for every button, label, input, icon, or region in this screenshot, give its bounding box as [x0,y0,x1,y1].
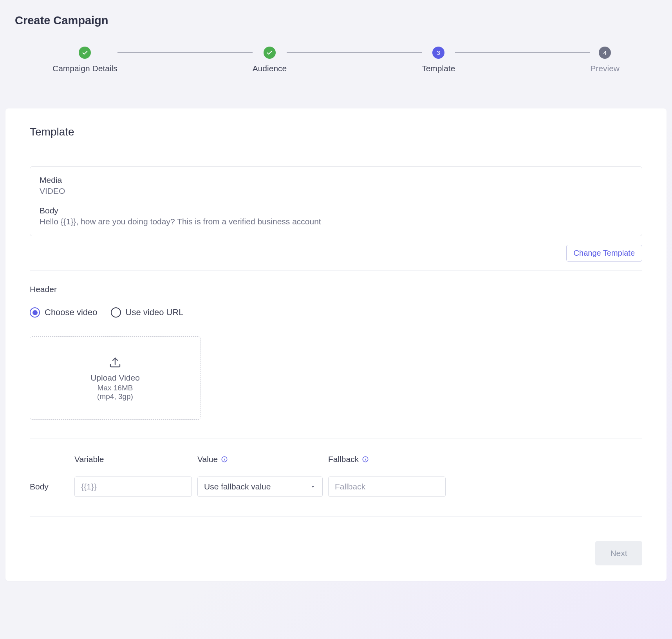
template-preview: Media VIDEO Body Hello {{1}}, how are yo… [30,166,642,236]
radio-icon [30,307,40,318]
radio-choose-video[interactable]: Choose video [30,307,98,318]
svg-point-6 [365,458,366,458]
fallback-input[interactable] [328,477,446,497]
body-row-label: Body [30,482,69,491]
column-header-value: Value [197,455,323,464]
step-campaign-details[interactable]: Campaign Details [52,47,117,73]
column-header-fallback: Fallback [328,455,446,464]
upload-icon [108,355,122,369]
radio-label: Use video URL [126,307,184,318]
preview-body-value: Hello {{1}}, how are you doing today? Th… [40,217,632,226]
body-section: Variable Value Fallback Body Use fallbac… [30,439,642,497]
column-header-variable: Variable [74,455,192,464]
card-title: Template [30,126,642,138]
upload-video-dropzone[interactable]: Upload Video Max 16MB (mp4, 3gp) [30,336,201,420]
divider [30,270,642,271]
step-audience[interactable]: Audience [253,47,287,73]
info-icon[interactable] [221,456,228,463]
radio-use-video-url[interactable]: Use video URL [111,307,184,318]
radio-icon [111,307,121,318]
check-icon [79,47,91,59]
step-label: Campaign Details [52,64,117,73]
select-value: Use fallback value [204,482,271,491]
video-source-radio-group: Choose video Use video URL [30,307,642,318]
preview-media-label: Media [40,175,632,185]
preview-body-label: Body [40,206,632,215]
upload-title: Upload Video [90,373,140,383]
step-label: Template [422,64,455,73]
change-template-button[interactable]: Change Template [566,245,642,262]
chevron-down-icon [310,484,316,490]
check-icon [264,47,276,59]
template-card: Template Media VIDEO Body Hello {{1}}, h… [5,108,667,581]
stepper: Campaign Details Audience 3 Template 4 P… [52,47,620,73]
header-section-label: Header [30,285,642,294]
radio-label: Choose video [45,307,98,318]
page-title: Create Campaign [15,14,667,27]
upload-max: Max 16MB [98,384,133,392]
variable-input [74,477,192,497]
svg-point-3 [224,458,225,458]
step-number: 4 [599,47,611,59]
step-label: Preview [590,64,620,73]
upload-formats: (mp4, 3gp) [97,392,133,401]
value-select[interactable]: Use fallback value [197,477,323,497]
divider [30,516,642,517]
step-label: Audience [253,64,287,73]
info-icon[interactable] [362,456,369,463]
step-preview: 4 Preview [590,47,620,73]
step-number: 3 [432,47,444,59]
next-button[interactable]: Next [595,541,642,565]
preview-media-value: VIDEO [40,186,632,196]
step-template[interactable]: 3 Template [422,47,455,73]
